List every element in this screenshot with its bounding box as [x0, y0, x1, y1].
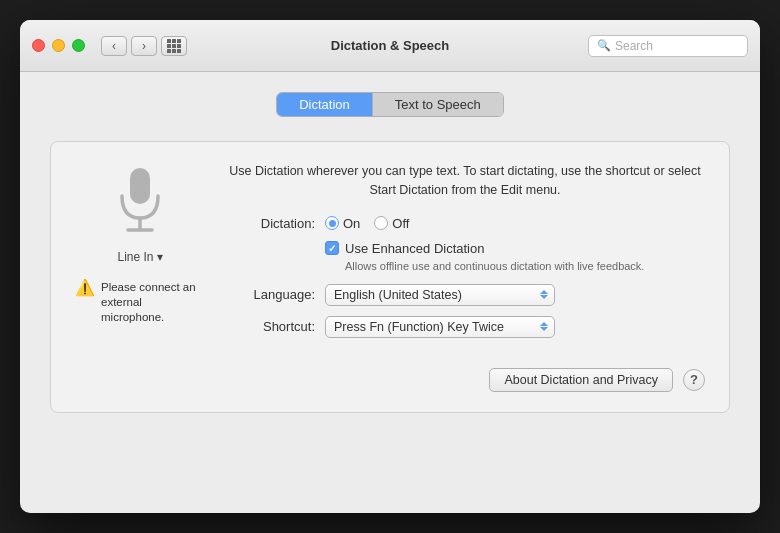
- enhanced-checkbox[interactable]: [325, 241, 339, 255]
- shortcut-dropdown-arrow-icon: [540, 322, 548, 331]
- enhanced-checkbox-row[interactable]: Use Enhanced Dictation: [325, 241, 705, 256]
- back-button[interactable]: ‹: [101, 36, 127, 56]
- language-label: Language:: [225, 287, 315, 302]
- search-box[interactable]: 🔍 Search: [588, 35, 748, 57]
- dropdown-arrow-icon: [540, 290, 548, 299]
- help-button[interactable]: ?: [683, 369, 705, 391]
- search-icon: 🔍: [597, 39, 611, 52]
- bottom-bar: About Dictation and Privacy ?: [75, 368, 705, 392]
- grid-button[interactable]: [161, 36, 187, 56]
- dictation-label: Dictation:: [225, 216, 315, 231]
- panel-inner: Line In ▾ ⚠️ Please connect an external …: [75, 162, 705, 348]
- svg-rect-0: [130, 168, 150, 204]
- description-text: Use Dictation wherever you can type text…: [225, 162, 705, 200]
- enhanced-dictation-row: Use Enhanced Dictation Allows offline us…: [325, 241, 705, 274]
- radio-off[interactable]: Off: [374, 216, 409, 231]
- settings-section: Use Dictation wherever you can type text…: [225, 162, 705, 348]
- shortcut-row: Shortcut: Press Fn (Function) Key Twice: [225, 316, 705, 338]
- search-placeholder: Search: [615, 39, 653, 53]
- enhanced-label: Use Enhanced Dictation: [345, 241, 484, 256]
- mic-section: Line In ▾ ⚠️ Please connect an external …: [75, 162, 205, 348]
- enhanced-desc: Allows offline use and continuous dictat…: [345, 259, 705, 274]
- radio-on[interactable]: On: [325, 216, 360, 231]
- content-area: Dictation Text to Speech: [20, 72, 760, 513]
- shortcut-label: Shortcut:: [225, 319, 315, 334]
- about-privacy-button[interactable]: About Dictation and Privacy: [489, 368, 673, 392]
- tab-dictation[interactable]: Dictation: [277, 93, 373, 116]
- radio-on-label: On: [343, 216, 360, 231]
- grid-icon: [167, 39, 181, 53]
- warning-area: ⚠️ Please connect an external microphone…: [75, 280, 205, 325]
- line-in-selector[interactable]: Line In ▾: [117, 250, 162, 264]
- traffic-lights: [32, 39, 85, 52]
- microphone-icon: [110, 162, 170, 242]
- maximize-button[interactable]: [72, 39, 85, 52]
- tab-bar: Dictation Text to Speech: [276, 92, 504, 117]
- titlebar: ‹ › Dictation & Speech 🔍 Search: [20, 20, 760, 72]
- window-title: Dictation & Speech: [331, 38, 449, 53]
- language-dropdown[interactable]: English (United States): [325, 284, 555, 306]
- shortcut-value: Press Fn (Function) Key Twice: [334, 320, 504, 334]
- language-row: Language: English (United States): [225, 284, 705, 306]
- radio-group: On Off: [325, 216, 409, 231]
- line-in-chevron: ▾: [157, 250, 163, 264]
- radio-on-circle: [325, 216, 339, 230]
- close-button[interactable]: [32, 39, 45, 52]
- line-in-label: Line In: [117, 250, 153, 264]
- mic-svg: [114, 166, 166, 238]
- minimize-button[interactable]: [52, 39, 65, 52]
- warning-text: Please connect an external microphone.: [101, 280, 205, 325]
- warning-icon: ⚠️: [75, 280, 95, 296]
- dictation-panel: Line In ▾ ⚠️ Please connect an external …: [50, 141, 730, 413]
- nav-buttons: ‹ ›: [101, 36, 157, 56]
- shortcut-dropdown[interactable]: Press Fn (Function) Key Twice: [325, 316, 555, 338]
- radio-off-label: Off: [392, 216, 409, 231]
- radio-off-circle: [374, 216, 388, 230]
- tab-text-to-speech[interactable]: Text to Speech: [373, 93, 503, 116]
- window: ‹ › Dictation & Speech 🔍 Search Dictatio…: [20, 20, 760, 513]
- language-value: English (United States): [334, 288, 462, 302]
- dictation-onoff-row: Dictation: On Off: [225, 216, 705, 231]
- forward-button[interactable]: ›: [131, 36, 157, 56]
